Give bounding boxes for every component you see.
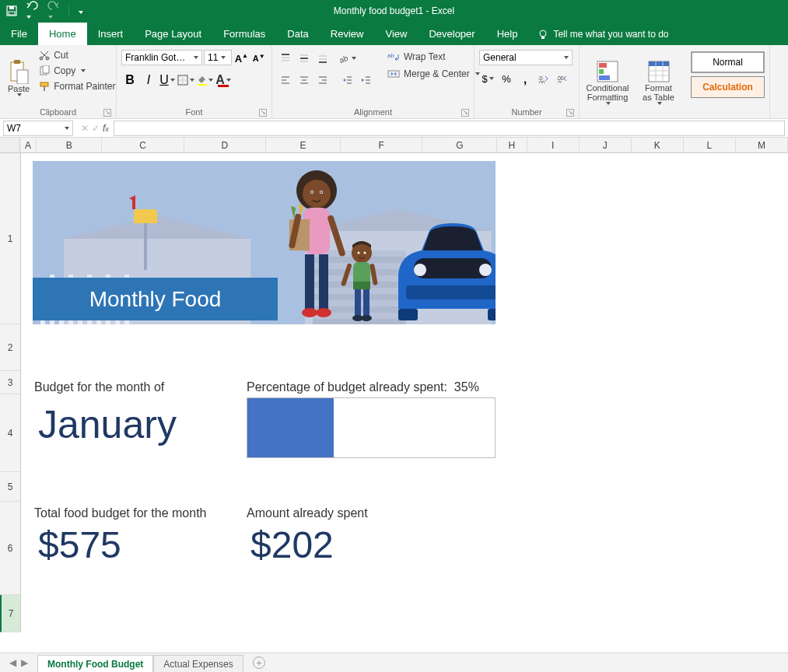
svg-rect-88 [341, 263, 352, 286]
svg-rect-4 [541, 37, 545, 39]
tab-review[interactable]: Review [320, 23, 375, 45]
merge-center-button[interactable]: Merge & Center [384, 67, 483, 81]
child-icon [340, 239, 387, 324]
increase-font-button[interactable]: A▲ [233, 50, 249, 67]
col-F[interactable]: F [341, 138, 422, 152]
sheet-tab-actual-expenses[interactable]: Actual Expenses [153, 655, 243, 673]
tell-me-search[interactable]: Tell me what you want to do [528, 23, 678, 45]
align-left-button[interactable] [277, 72, 294, 89]
col-H[interactable]: H [497, 138, 527, 152]
worksheet-grid[interactable]: A B C D E F G H I J K L M 1 2 3 4 5 6 7 [0, 138, 788, 653]
sheet-nav-next-icon[interactable]: ▶ [21, 657, 28, 668]
customize-qat-icon[interactable] [77, 5, 83, 16]
col-B[interactable]: B [37, 138, 102, 152]
col-I[interactable]: I [527, 138, 580, 152]
tab-home[interactable]: Home [38, 23, 87, 45]
align-top-button[interactable] [277, 50, 294, 67]
tab-file[interactable]: File [0, 23, 38, 45]
decrease-font-button[interactable]: A▼ [251, 50, 267, 67]
format-as-table-button[interactable]: Format as Table [637, 48, 680, 117]
col-L[interactable]: L [684, 138, 736, 152]
paste-icon [8, 59, 30, 84]
font-color-button[interactable]: A [215, 72, 232, 89]
sheet-tab-active[interactable]: Monthly Food Budget [37, 655, 153, 673]
col-M[interactable]: M [736, 138, 788, 152]
new-sheet-button[interactable]: ＋ [253, 656, 265, 669]
ribbon: Paste Cut Copy Format Painter Clipboard↘… [0, 45, 788, 119]
font-size-combo[interactable]: 11 [204, 50, 232, 65]
dialog-launcher-icon[interactable]: ↘ [566, 109, 574, 117]
svg-rect-1 [9, 6, 14, 9]
row-2[interactable]: 2 [0, 324, 20, 371]
cell-style-calculation[interactable]: Calculation [691, 76, 765, 98]
row-5[interactable]: 5 [0, 472, 20, 502]
dialog-launcher-icon[interactable]: ↘ [103, 109, 111, 117]
col-D[interactable]: D [184, 138, 266, 152]
sheet-nav-prev-icon[interactable]: ◀ [9, 657, 16, 668]
row-7[interactable]: 7 [0, 595, 20, 632]
decrease-decimal-button[interactable]: .00.0 [554, 70, 571, 87]
name-box[interactable]: W7 [3, 121, 73, 136]
align-right-button[interactable] [314, 72, 331, 89]
cancel-formula-icon[interactable]: ✕ [81, 123, 89, 134]
banner-title: Monthly Food [33, 278, 278, 320]
decrease-indent-button[interactable] [339, 72, 356, 89]
wrap-text-button[interactable]: abWrap Text [384, 50, 483, 64]
tab-help[interactable]: Help [486, 23, 529, 45]
col-E[interactable]: E [266, 138, 341, 152]
svg-point-87 [361, 315, 372, 321]
cells-canvas[interactable]: Monthly Food Budget for the month of Jan… [21, 153, 788, 632]
align-bottom-button[interactable] [314, 50, 331, 67]
enter-formula-icon[interactable]: ✓ [92, 123, 100, 134]
fill-color-button[interactable] [196, 72, 213, 89]
cut-button[interactable]: Cut [36, 48, 118, 62]
row-3[interactable]: 3 [0, 371, 20, 394]
accounting-format-button[interactable]: $ [479, 70, 496, 87]
borders-button[interactable] [177, 72, 194, 89]
formula-input[interactable] [114, 121, 785, 136]
format-painter-button[interactable]: Format Painter [36, 79, 118, 93]
orientation-button[interactable]: ab [339, 50, 356, 67]
redo-icon[interactable] [47, 1, 61, 21]
increase-decimal-button[interactable]: .0.00 [535, 70, 552, 87]
number-format-combo[interactable]: General [479, 50, 573, 65]
conditional-formatting-button[interactable]: Conditional Formatting [584, 48, 631, 117]
tab-view[interactable]: View [374, 23, 418, 45]
dialog-launcher-icon[interactable]: ↘ [461, 109, 469, 117]
fx-icon[interactable]: fx [103, 123, 109, 134]
budget-for-label: Budget for the month of [34, 380, 164, 394]
row-1[interactable]: 1 [0, 153, 20, 324]
align-center-button[interactable] [296, 72, 313, 89]
tab-data[interactable]: Data [276, 23, 319, 45]
comma-format-button[interactable]: , [517, 70, 534, 87]
svg-rect-84 [355, 289, 361, 317]
col-A[interactable]: A [20, 138, 37, 152]
italic-button[interactable]: I [140, 72, 157, 89]
cell-style-normal[interactable]: Normal [691, 51, 765, 73]
undo-icon[interactable] [25, 1, 39, 21]
svg-rect-51 [599, 69, 604, 74]
bold-button[interactable]: B [121, 72, 138, 89]
row-4[interactable]: 4 [0, 394, 20, 472]
percent-format-button[interactable]: % [498, 70, 515, 87]
col-C[interactable]: C [102, 138, 184, 152]
select-all-corner[interactable] [0, 138, 20, 152]
copy-button[interactable]: Copy [36, 64, 118, 78]
svg-point-62 [479, 264, 492, 276]
col-K[interactable]: K [632, 138, 684, 152]
tab-page-layout[interactable]: Page Layout [134, 23, 212, 45]
tab-insert[interactable]: Insert [87, 23, 135, 45]
col-G[interactable]: G [422, 138, 497, 152]
paste-button[interactable]: Paste [5, 48, 33, 107]
font-name-combo[interactable]: Franklin Gothic Bo [121, 50, 202, 65]
tab-developer[interactable]: Developer [418, 23, 485, 45]
svg-rect-6 [14, 60, 20, 64]
save-icon[interactable] [6, 5, 17, 16]
dialog-launcher-icon[interactable]: ↘ [259, 109, 267, 117]
col-J[interactable]: J [580, 138, 632, 152]
tab-formulas[interactable]: Formulas [212, 23, 276, 45]
align-middle-button[interactable] [296, 50, 313, 67]
increase-indent-button[interactable] [358, 72, 375, 89]
row-6[interactable]: 6 [0, 502, 20, 595]
underline-button[interactable]: U [159, 72, 176, 89]
